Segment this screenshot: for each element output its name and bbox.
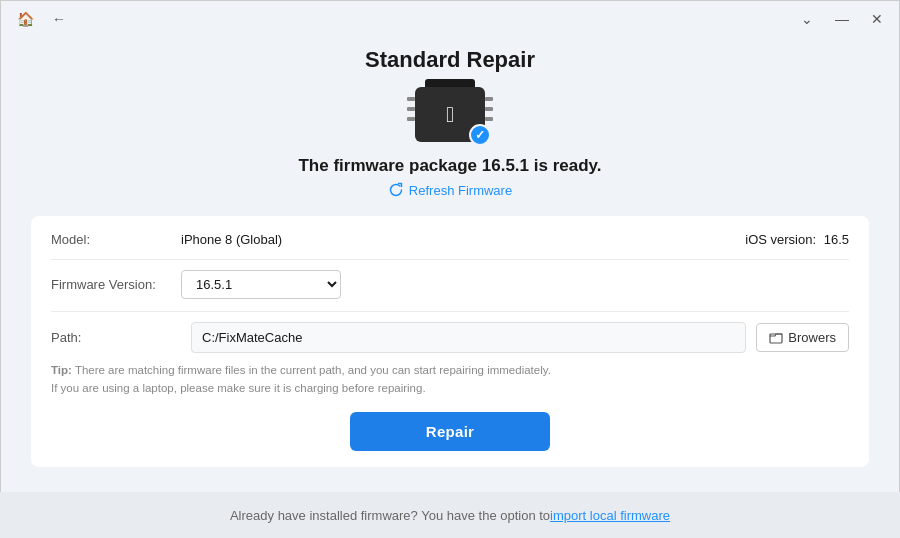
tip-text: Tip: There are matching firmware files i… (51, 361, 849, 398)
path-row: Path: Browers (51, 322, 849, 353)
firmware-version-label: Firmware Version: (51, 277, 181, 292)
path-input[interactable] (191, 322, 746, 353)
check-badge-icon: ✓ (469, 124, 491, 146)
titlebar-right: ⌄ — ✕ (797, 9, 887, 29)
pin (485, 117, 493, 121)
titlebar-left: 🏠 ← (13, 9, 70, 29)
dropdown-button[interactable]: ⌄ (797, 9, 817, 29)
firmware-version-select[interactable]: 16.5.1 (181, 270, 341, 299)
minimize-button[interactable]: — (831, 9, 853, 29)
folder-icon (769, 331, 783, 345)
close-button[interactable]: ✕ (867, 9, 887, 29)
ios-version-group: iOS version: 16.5 (741, 232, 849, 247)
ios-version-label: iOS version: (745, 232, 816, 247)
pin (407, 97, 415, 101)
firmware-status-text: The firmware package 16.5.1 is ready. (31, 156, 869, 176)
path-label: Path: (51, 330, 181, 345)
back-button[interactable]: ← (48, 9, 70, 29)
footer: Already have installed firmware? You hav… (0, 492, 900, 538)
chip-pins-left (407, 97, 415, 121)
info-card: Model: iPhone 8 (Global) iOS version: 16… (31, 216, 869, 467)
footer-text: Already have installed firmware? You hav… (230, 508, 550, 523)
model-label: Model: (51, 232, 181, 247)
refresh-icon (388, 182, 404, 198)
pin (407, 107, 415, 111)
browse-button[interactable]: Browers (756, 323, 849, 352)
tip-prefix: Tip: (51, 364, 72, 376)
firmware-version-row: Firmware Version: 16.5.1 (51, 270, 849, 299)
refresh-firmware-link[interactable]: Refresh Firmware (31, 182, 869, 198)
divider2 (51, 311, 849, 312)
repair-button-wrap: Repair (51, 412, 849, 451)
repair-button[interactable]: Repair (350, 412, 550, 451)
page-title: Standard Repair (31, 47, 869, 73)
divider (51, 259, 849, 260)
refresh-firmware-label: Refresh Firmware (409, 183, 512, 198)
main-content: Standard Repair  ✓ The firmware packag (1, 47, 899, 467)
tip-text-body: There are matching firmware files in the… (75, 364, 551, 376)
titlebar: 🏠 ← ⌄ — ✕ (1, 1, 899, 37)
chip-pins-right (485, 97, 493, 121)
pin (485, 107, 493, 111)
browse-label: Browers (788, 330, 836, 345)
apple-logo-icon:  (446, 102, 454, 128)
model-group: Model: iPhone 8 (Global) (51, 232, 282, 247)
home-button[interactable]: 🏠 (13, 9, 38, 29)
pin (485, 97, 493, 101)
model-value: iPhone 8 (Global) (181, 232, 282, 247)
tip-text-2: If you are using a laptop, please make s… (51, 382, 426, 394)
pin (407, 117, 415, 121)
ios-version-value: 16.5 (824, 232, 849, 247)
import-local-firmware-link[interactable]: import local firmware (550, 508, 670, 523)
svg-rect-0 (770, 334, 782, 343)
firmware-icon-area:  ✓ (31, 87, 869, 142)
chip-icon:  ✓ (415, 87, 485, 142)
model-ios-row: Model: iPhone 8 (Global) iOS version: 16… (51, 232, 849, 247)
